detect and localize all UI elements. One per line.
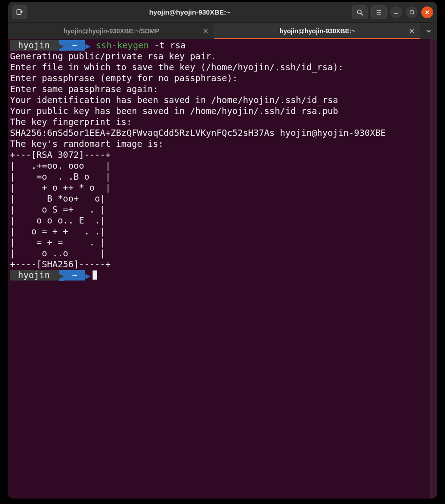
close-icon: [424, 9, 430, 16]
terminal-window: hyojin@hyojin-930XBE:~: [8, 2, 437, 499]
tab-label: hyojin@hyojin-930XBE:~/SDMP: [63, 27, 159, 35]
close-icon: [203, 28, 208, 34]
maximize-icon: [409, 9, 415, 16]
tab-label: hyojin@hyojin-930XBE:~: [279, 27, 355, 35]
hamburger-menu-button[interactable]: [371, 5, 387, 19]
tab-close-button[interactable]: [202, 27, 210, 35]
close-button[interactable]: [421, 6, 433, 18]
minimize-button[interactable]: [390, 6, 402, 18]
terminal-content: hyojin ▶ ~ ▶ ssh-keygen -t rsa Generatin…: [8, 39, 430, 499]
tab-home[interactable]: hyojin@hyojin-930XBE:~: [214, 23, 420, 39]
new-tab-button[interactable]: [12, 5, 27, 19]
tab-close-button[interactable]: [408, 27, 416, 35]
terminal-area[interactable]: hyojin ▶ ~ ▶ ssh-keygen -t rsa Generatin…: [8, 39, 437, 499]
chevron-down-icon: [426, 28, 431, 34]
window-title: hyojin@hyojin-930XBE:~: [27, 8, 352, 16]
search-button[interactable]: [352, 5, 367, 19]
search-icon: [356, 9, 363, 16]
tabs-dropdown-button[interactable]: [420, 23, 437, 39]
titlebar: hyojin@hyojin-930XBE:~: [8, 2, 437, 23]
minimize-icon: [393, 9, 399, 16]
tab-bar: hyojin@hyojin-930XBE:~/SDMP hyojin@hyoji…: [8, 23, 437, 39]
hamburger-icon: [375, 9, 383, 16]
maximize-button[interactable]: [406, 6, 418, 18]
tab-sdmp[interactable]: hyojin@hyojin-930XBE:~/SDMP: [8, 23, 214, 39]
scrollbar[interactable]: [430, 39, 437, 499]
svg-rect-9: [410, 10, 414, 14]
svg-line-4: [361, 13, 362, 15]
new-tab-icon: [16, 9, 23, 16]
close-icon: [409, 28, 414, 34]
